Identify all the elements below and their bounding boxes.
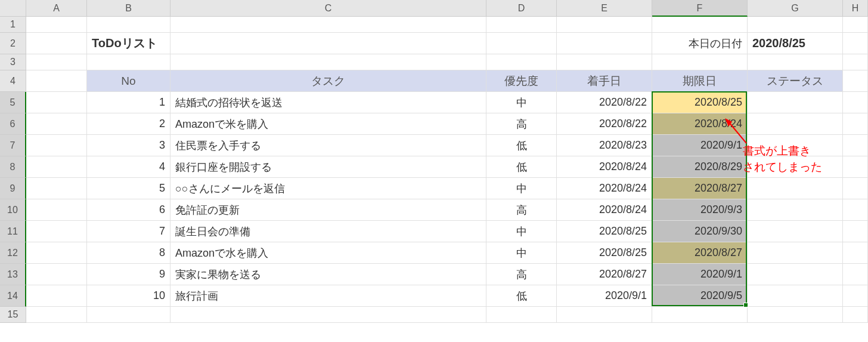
cell-start-6[interactable]: 2020/8/22	[557, 113, 652, 135]
cell-due-10[interactable]: 2020/9/3	[652, 199, 748, 221]
header-no[interactable]: No	[87, 70, 170, 92]
cell-B1[interactable]	[87, 17, 170, 33]
cell-due-12[interactable]: 2020/8/27	[652, 242, 748, 264]
cell-priority-14[interactable]: 低	[486, 285, 557, 307]
cell-E15[interactable]	[557, 307, 652, 323]
cell-H3[interactable]	[843, 54, 868, 70]
cell-A5[interactable]	[26, 92, 87, 113]
row-header-13[interactable]: 13	[0, 264, 26, 285]
cell-start-8[interactable]: 2020/8/24	[557, 156, 652, 178]
row-header-3[interactable]: 3	[0, 54, 26, 70]
column-header-D[interactable]: D	[486, 0, 557, 17]
cell-task-14[interactable]: 旅行計画	[170, 285, 486, 307]
cell-start-5[interactable]: 2020/8/22	[557, 92, 652, 113]
cell-priority-12[interactable]: 中	[486, 242, 557, 264]
cell-status-12[interactable]	[748, 242, 843, 264]
cell-task-5[interactable]: 結婚式の招待状を返送	[170, 92, 486, 113]
cell-start-10[interactable]: 2020/8/24	[557, 199, 652, 221]
row-header-5[interactable]: 5	[0, 92, 26, 113]
row-header-6[interactable]: 6	[0, 113, 26, 135]
cell-no-8[interactable]: 4	[87, 156, 170, 178]
column-header-F[interactable]: F	[652, 0, 748, 17]
column-header-B[interactable]: B	[87, 0, 170, 17]
cell-start-13[interactable]: 2020/8/27	[557, 264, 652, 285]
cell-status-5[interactable]	[748, 92, 843, 113]
cell-due-9[interactable]: 2020/8/27	[652, 178, 748, 199]
cell-H4[interactable]	[843, 70, 868, 92]
column-header-G[interactable]: G	[748, 0, 843, 17]
cell-status-13[interactable]	[748, 264, 843, 285]
header-status[interactable]: ステータス	[748, 70, 843, 92]
cell-H1[interactable]	[843, 17, 868, 33]
cell-E2[interactable]	[557, 33, 652, 54]
select-all-corner[interactable]	[0, 0, 26, 17]
row-header-4[interactable]: 4	[0, 70, 26, 92]
cell-task-13[interactable]: 実家に果物を送る	[170, 264, 486, 285]
cell-status-11[interactable]	[748, 221, 843, 242]
cell-G1[interactable]	[748, 17, 843, 33]
cell-A13[interactable]	[26, 264, 87, 285]
column-header-E[interactable]: E	[557, 0, 652, 17]
cell-A11[interactable]	[26, 221, 87, 242]
cell-no-10[interactable]: 6	[87, 199, 170, 221]
cell-priority-7[interactable]: 低	[486, 135, 557, 156]
cell-due-8[interactable]: 2020/8/29	[652, 156, 748, 178]
cell-A6[interactable]	[26, 113, 87, 135]
cell-task-9[interactable]: ○○さんにメールを返信	[170, 178, 486, 199]
row-header-12[interactable]: 12	[0, 242, 26, 264]
column-header-H[interactable]: H	[843, 0, 868, 17]
cell-due-13[interactable]: 2020/9/1	[652, 264, 748, 285]
cell-due-14[interactable]: 2020/9/5	[652, 285, 748, 307]
cell-priority-10[interactable]: 高	[486, 199, 557, 221]
cell-A9[interactable]	[26, 178, 87, 199]
cell-no-14[interactable]: 10	[87, 285, 170, 307]
title-cell[interactable]: ToDoリスト	[87, 33, 170, 54]
cell-task-10[interactable]: 免許証の更新	[170, 199, 486, 221]
cell-A10[interactable]	[26, 199, 87, 221]
cell-C15[interactable]	[170, 307, 486, 323]
header-due[interactable]: 期限日	[652, 70, 748, 92]
cell-due-11[interactable]: 2020/9/30	[652, 221, 748, 242]
cell-due-5[interactable]: 2020/8/25	[652, 92, 748, 113]
cell-A4[interactable]	[26, 70, 87, 92]
row-header-2[interactable]: 2	[0, 33, 26, 54]
cell-E3[interactable]	[557, 54, 652, 70]
cell-no-6[interactable]: 2	[87, 113, 170, 135]
header-task[interactable]: タスク	[170, 70, 486, 92]
cell-H11[interactable]	[843, 221, 868, 242]
today-label-cell[interactable]: 本日の日付	[652, 33, 748, 54]
cell-G3[interactable]	[748, 54, 843, 70]
cell-task-8[interactable]: 銀行口座を開設する	[170, 156, 486, 178]
cell-E1[interactable]	[557, 17, 652, 33]
cell-F15[interactable]	[652, 307, 748, 323]
cell-A12[interactable]	[26, 242, 87, 264]
cell-A8[interactable]	[26, 156, 87, 178]
cell-B15[interactable]	[87, 307, 170, 323]
cell-A3[interactable]	[26, 54, 87, 70]
cell-D1[interactable]	[486, 17, 557, 33]
cell-no-9[interactable]: 5	[87, 178, 170, 199]
cell-C3[interactable]	[170, 54, 486, 70]
cell-priority-5[interactable]: 中	[486, 92, 557, 113]
cell-no-13[interactable]: 9	[87, 264, 170, 285]
spreadsheet-grid[interactable]: ABCDEFGH12ToDoリスト本日の日付2020/8/2534Noタスク優先…	[0, 0, 868, 323]
cell-G15[interactable]	[748, 307, 843, 323]
cell-H2[interactable]	[843, 33, 868, 54]
cell-H12[interactable]	[843, 242, 868, 264]
cell-start-11[interactable]: 2020/8/25	[557, 221, 652, 242]
cell-H13[interactable]	[843, 264, 868, 285]
cell-status-6[interactable]	[748, 113, 843, 135]
cell-H7[interactable]	[843, 135, 868, 156]
cell-task-6[interactable]: Amazonで米を購入	[170, 113, 486, 135]
cell-A14[interactable]	[26, 285, 87, 307]
row-header-15[interactable]: 15	[0, 307, 26, 323]
cell-A2[interactable]	[26, 33, 87, 54]
cell-task-7[interactable]: 住民票を入手する	[170, 135, 486, 156]
cell-status-14[interactable]	[748, 285, 843, 307]
cell-C1[interactable]	[170, 17, 486, 33]
cell-priority-11[interactable]: 中	[486, 221, 557, 242]
row-header-8[interactable]: 8	[0, 156, 26, 178]
cell-priority-6[interactable]: 高	[486, 113, 557, 135]
cell-priority-9[interactable]: 中	[486, 178, 557, 199]
cell-A15[interactable]	[26, 307, 87, 323]
